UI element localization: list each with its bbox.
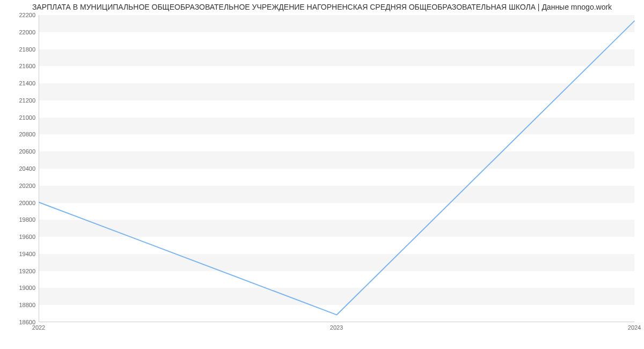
- y-tick-label: 20200: [3, 183, 35, 189]
- y-tick-label: 19600: [3, 234, 35, 240]
- y-tick-label: 21200: [3, 97, 35, 104]
- y-tick-label: 19200: [3, 268, 35, 274]
- series-line: [39, 21, 634, 315]
- y-tick-label: 19000: [3, 285, 35, 291]
- y-tick-label: 21000: [3, 114, 35, 121]
- y-tick-label: 18800: [3, 302, 35, 308]
- y-tick-label: 21400: [3, 80, 35, 86]
- y-tick-label: 20600: [3, 148, 35, 155]
- plot-area: [39, 15, 634, 322]
- line-layer: [39, 15, 634, 322]
- y-tick-label: 20800: [3, 131, 35, 137]
- y-tick-label: 20400: [3, 165, 35, 172]
- y-tick-label: 22200: [3, 12, 35, 18]
- chart-title: ЗАРПЛАТА В МУНИЦИПАЛЬНОЕ ОБЩЕОБРАЗОВАТЕЛ…: [0, 3, 644, 11]
- x-tick-label: 2024: [628, 324, 641, 331]
- y-tick-label: 18600: [3, 319, 35, 325]
- y-tick-label: 20000: [3, 200, 35, 206]
- y-tick-label: 19800: [3, 216, 35, 223]
- x-tick-label: 2023: [330, 324, 343, 331]
- y-tick-label: 21600: [3, 63, 35, 69]
- y-tick-label: 21800: [3, 46, 35, 53]
- y-tick-label: 22000: [3, 29, 35, 35]
- x-tick-label: 2022: [32, 324, 45, 331]
- salary-line-chart: ЗАРПЛАТА В МУНИЦИПАЛЬНОЕ ОБЩЕОБРАЗОВАТЕЛ…: [0, 0, 644, 349]
- y-tick-label: 19400: [3, 251, 35, 257]
